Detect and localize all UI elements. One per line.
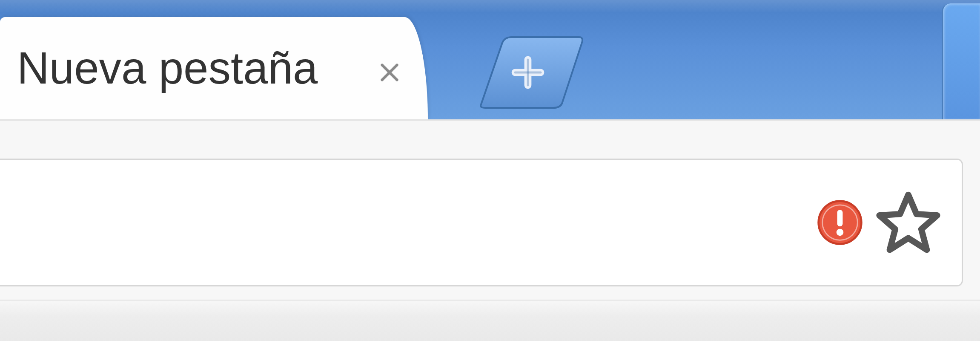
svg-point-10 xyxy=(837,228,844,236)
new-tab-button[interactable] xyxy=(477,36,583,109)
tab-close-button[interactable] xyxy=(375,58,404,87)
window-edge-panel xyxy=(942,3,980,119)
tab-title: Nueva pestaña xyxy=(17,43,360,94)
svg-rect-9 xyxy=(837,210,843,226)
active-tab[interactable]: Nueva pestaña xyxy=(0,17,428,119)
alert-icon[interactable] xyxy=(817,199,863,246)
tab-strip: Nueva pestaña xyxy=(0,0,980,119)
bookmark-star-icon[interactable] xyxy=(875,189,941,255)
address-input[interactable] xyxy=(17,160,817,285)
plus-icon xyxy=(511,55,545,90)
address-bar-icons xyxy=(817,189,949,255)
toolbar xyxy=(0,119,980,341)
address-bar[interactable] xyxy=(0,159,963,286)
close-icon xyxy=(377,60,402,85)
